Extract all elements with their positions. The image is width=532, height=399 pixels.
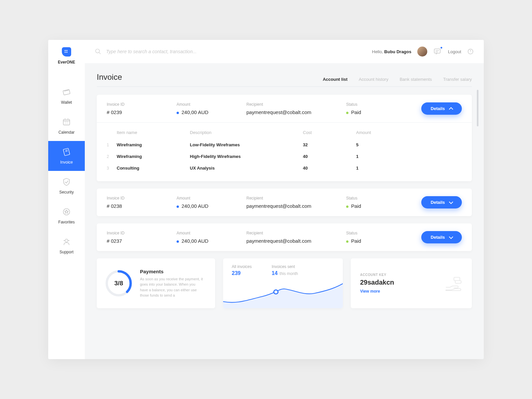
items-header: Item name Description Cost Amount (107, 127, 462, 139)
nav-label: Invoice (60, 160, 73, 165)
greeting: Hello, Bubu Dragos (372, 49, 411, 54)
chevron-down-icon (449, 200, 453, 204)
sidebar-item-security[interactable]: Security (48, 171, 85, 201)
invoice-id: # 0239 (107, 109, 173, 115)
brand-name: EverONE (58, 60, 75, 65)
dot-status-icon (346, 112, 348, 114)
page-title: Invoice (97, 72, 122, 82)
avatar[interactable] (417, 47, 427, 57)
tab-account-list[interactable]: Account list (323, 77, 347, 82)
calendar-icon (62, 117, 71, 127)
dot-amount-icon (177, 240, 179, 243)
account-key-label: ACCOUNT KEY (360, 273, 394, 277)
notification-dot (440, 47, 443, 49)
all-invoices-value: 239 (232, 270, 252, 276)
invoice-summary-row: Invoice ID# 0239 Amount240,00 AUD Recipi… (97, 95, 472, 122)
main-column: Hello, Bubu Dragos Logout Invoice Accoun… (85, 40, 484, 359)
sidebar-item-support[interactable]: Support (48, 231, 85, 261)
nav-label: Favorites (58, 220, 74, 224)
svg-point-10 (274, 290, 278, 294)
tabs: Account list Account history Bank statem… (323, 77, 472, 82)
account-key-value: 29sadakcn (360, 279, 394, 286)
invoice-items: Item name Description Cost Amount 1Wiref… (97, 122, 472, 181)
svg-point-5 (96, 49, 100, 53)
sidebar: EverONE Wallet Calendar Invoice Security… (48, 40, 85, 359)
nav-label: Support (60, 250, 73, 254)
widget-payments: 3/8 Payments As soon as you receive the … (97, 258, 215, 308)
details-button[interactable]: Details (421, 196, 462, 208)
search-input[interactable] (106, 49, 266, 54)
nav-label: Security (59, 190, 73, 195)
scrollbar-thumb[interactable] (477, 90, 478, 126)
widget-account-key: ACCOUNT KEY 29sadakcn View more (351, 258, 472, 308)
sidebar-item-calendar[interactable]: Calendar (48, 111, 85, 141)
nav-label: Calendar (59, 130, 75, 135)
invoice-amount: 240,00 AUD (177, 238, 243, 244)
svg-point-3 (63, 208, 69, 215)
svg-rect-6 (434, 49, 440, 53)
label-amount: Amount (177, 102, 243, 107)
tab-account-history[interactable]: Account history (359, 77, 388, 82)
nav-label: Wallet (61, 100, 72, 105)
svg-point-4 (65, 239, 68, 242)
tab-transfer-salary[interactable]: Transfer salary (443, 77, 472, 82)
search-wrap (95, 48, 366, 55)
dot-status-icon (346, 205, 348, 208)
sidebar-item-favorites[interactable]: Favorites (48, 201, 85, 231)
item-row: 3ConsultingUX Analysis401 (107, 162, 462, 174)
messages-button[interactable] (433, 47, 442, 56)
sidebar-item-wallet[interactable]: Wallet (48, 81, 85, 111)
view-more-link[interactable]: View more (360, 289, 380, 294)
invoices-sent-label: Invoices sent (272, 264, 298, 269)
brand-logo-icon (62, 47, 71, 57)
col-cost: Cost (303, 130, 356, 135)
invoice-id: # 0238 (107, 203, 173, 209)
greeting-user: Bubu Dragos (384, 49, 412, 54)
wallet-icon (62, 87, 71, 97)
invoice-status: Paid (346, 238, 386, 244)
invoice-recipient: paymentrequest@cobalt.com (246, 203, 343, 209)
widget-title: Payments (140, 269, 203, 274)
invoice-summary-row: Invoice ID# 0238 Amount240,00 AUD Recipi… (97, 189, 472, 216)
invoice-card: Invoice ID# 0238 Amount240,00 AUD Recipi… (97, 189, 472, 216)
col-amount: Amount (356, 130, 396, 135)
star-badge-icon (62, 207, 71, 216)
details-button[interactable]: Details (421, 102, 462, 115)
label-status: Status (346, 102, 386, 107)
details-button[interactable]: Details (421, 231, 462, 243)
progress-ratio: 3/8 (105, 269, 133, 297)
label-invoice-id: Invoice ID (107, 102, 173, 107)
invoice-status: Paid (346, 203, 386, 209)
all-invoices-label: All invoices (232, 264, 252, 269)
sidebar-item-invoice[interactable]: Invoice (48, 141, 85, 171)
svg-rect-1 (63, 119, 69, 125)
dot-amount-icon (177, 112, 179, 114)
widget-invoices-chart: All invoices 239 Invoices sent 14this mo… (223, 258, 343, 308)
dot-status-icon (346, 240, 348, 243)
tab-bank-statements[interactable]: Bank statements (400, 77, 432, 82)
brand: EverONE (58, 47, 75, 65)
invoice-status: Paid (346, 109, 386, 115)
line-chart-icon (223, 282, 343, 308)
invoice-recipient: paymentrequest@cobalt.com (246, 238, 343, 244)
power-icon[interactable] (467, 48, 474, 55)
shield-icon (62, 177, 71, 187)
content: Invoice Account list Account history Ban… (85, 63, 484, 359)
col-description: Description (190, 130, 303, 135)
search-icon (95, 48, 101, 55)
svg-rect-11 (454, 277, 460, 281)
label-recipient: Recipient (246, 102, 343, 107)
page-header: Invoice Account list Account history Ban… (97, 72, 472, 87)
invoice-id: # 0237 (107, 238, 173, 244)
svg-rect-0 (63, 89, 70, 95)
topbar: Hello, Bubu Dragos Logout (85, 40, 484, 63)
hand-coins-icon (444, 274, 463, 293)
svg-rect-2 (63, 148, 70, 156)
chevron-down-icon (449, 235, 453, 239)
scrollbar[interactable] (477, 90, 478, 266)
dot-amount-icon (177, 205, 179, 208)
item-row: 2WireframingHigh-Fidelity Wireframes401 (107, 151, 462, 162)
invoice-card: Invoice ID# 0239 Amount240,00 AUD Recipi… (97, 95, 472, 181)
widgets-row: 3/8 Payments As soon as you receive the … (97, 258, 472, 308)
logout-link[interactable]: Logout (448, 49, 461, 54)
